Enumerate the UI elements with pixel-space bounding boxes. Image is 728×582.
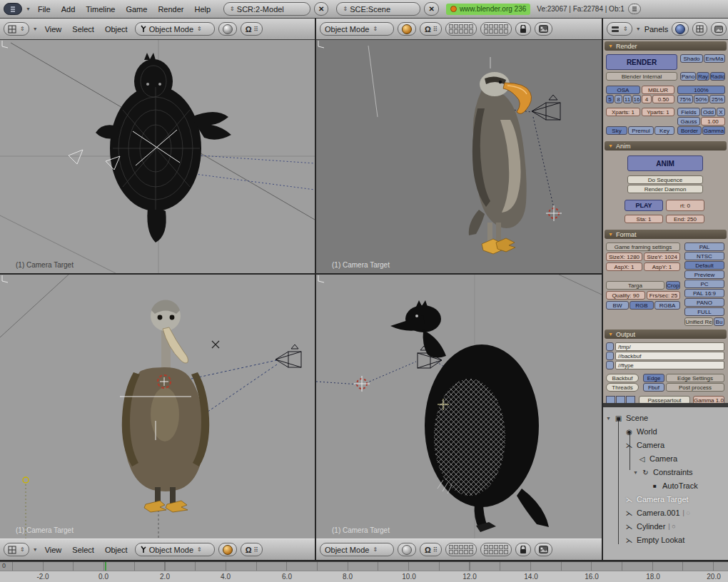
fields-x-toggle[interactable]: X bbox=[717, 108, 725, 116]
scene-selector[interactable]: ⇕ SCE:Scene bbox=[336, 2, 420, 16]
xparts-field[interactable]: Xparts: 1 bbox=[606, 108, 640, 116]
viewport-type-button[interactable]: ⇕ bbox=[4, 22, 29, 36]
mblur-factor[interactable]: 4 bbox=[642, 95, 652, 103]
rt-field[interactable]: rt: 0 bbox=[666, 200, 704, 211]
file-browse-icon[interactable] bbox=[606, 352, 614, 360]
gauss-value[interactable]: 1.00 bbox=[701, 117, 725, 126]
game-framing-dropdown[interactable]: Game framing settings bbox=[606, 242, 680, 251]
osa-5[interactable]: 5 bbox=[606, 95, 614, 103]
menu-game[interactable]: Game bbox=[122, 5, 151, 14]
format-panel-header[interactable]: ▼Format bbox=[605, 230, 727, 239]
rgba-toggle[interactable]: RGBA bbox=[654, 301, 680, 310]
play-button[interactable]: PLAY bbox=[625, 200, 663, 211]
context-scene-button[interactable] bbox=[711, 22, 727, 36]
preset-default[interactable]: Default bbox=[684, 261, 724, 270]
preset-pal169[interactable]: PAL 16:9 bbox=[684, 289, 724, 297]
unified-bu-toggle[interactable]: Bu bbox=[714, 317, 724, 326]
layer-buttons-group1[interactable] bbox=[445, 543, 477, 556]
screen-selector[interactable]: ⇕ SCR:2-Model bbox=[223, 2, 310, 16]
preset-pal[interactable]: PAL bbox=[684, 242, 724, 251]
bw-toggle[interactable]: BW bbox=[606, 301, 629, 310]
view-menu[interactable]: View bbox=[41, 546, 66, 554]
viewport-topright[interactable]: (1) Camera Target bbox=[316, 40, 602, 273]
viewport-bottomright[interactable]: (1) Camera Target bbox=[316, 275, 602, 538]
sizex-field[interactable]: SizeX: 1280 bbox=[606, 252, 642, 261]
outliner-item-constraints[interactable]: ▼ ↻ Constraints bbox=[633, 466, 693, 479]
menu-add[interactable]: Add bbox=[58, 5, 79, 14]
timeline-ruler[interactable]: 0 bbox=[0, 561, 728, 571]
start-frame-field[interactable]: Sta: 1 bbox=[625, 215, 663, 223]
preset-full[interactable]: FULL bbox=[684, 307, 724, 316]
osa-toggle[interactable]: OSA bbox=[606, 86, 640, 94]
outliner-item-scene[interactable]: ▼ ▣ Scene bbox=[606, 412, 648, 424]
layer-buttons-group2[interactable] bbox=[480, 22, 512, 36]
rotation-pivot-button[interactable]: Ω⠿ bbox=[420, 543, 442, 556]
select-menu[interactable]: Select bbox=[69, 546, 98, 554]
render-panel-header[interactable]: ▼Render bbox=[605, 41, 727, 51]
lock-button[interactable] bbox=[515, 543, 531, 556]
preset-pc[interactable]: PC bbox=[684, 280, 724, 288]
output-panel-header[interactable]: ▼Output bbox=[605, 330, 727, 339]
object-menu[interactable]: Object bbox=[101, 546, 131, 554]
rotation-pivot-button[interactable]: Ω⠿ bbox=[241, 22, 263, 36]
backbuf-path-field[interactable]: //backbuf bbox=[615, 352, 724, 360]
outliner-item-empty-lookat[interactable]: ⋋ Empty Lookat bbox=[625, 534, 684, 546]
render-daemon-toggle[interactable]: Render Daemon bbox=[627, 185, 703, 193]
rotation-pivot-button[interactable]: Ω⠿ bbox=[420, 22, 442, 36]
size-50-button[interactable]: 50% bbox=[694, 95, 709, 103]
draw-type-button[interactable] bbox=[398, 543, 416, 556]
header-collapse-arrow-icon[interactable]: ▼ bbox=[26, 6, 31, 11]
outliner-item-camera-target[interactable]: ⋋ Camera Target bbox=[625, 493, 689, 506]
envmap-toggle[interactable]: EnvMa bbox=[704, 54, 725, 63]
anim-button[interactable]: ANIM bbox=[627, 155, 703, 171]
output-path-field[interactable]: /tmp/ bbox=[615, 342, 724, 351]
viewport-bottomleft[interactable]: (1) Camera Target bbox=[0, 275, 315, 538]
camera-gizmo[interactable] bbox=[275, 344, 301, 367]
edge-toggle[interactable]: Edge bbox=[643, 374, 664, 382]
fbuf-toggle[interactable]: Fbuf bbox=[643, 383, 664, 392]
draw-type-button[interactable] bbox=[218, 22, 237, 36]
preset-preview[interactable]: Preview bbox=[684, 270, 724, 279]
key-toggle[interactable]: Key bbox=[654, 126, 674, 135]
outliner-item-camera-object[interactable]: ⋋ Camera bbox=[625, 439, 664, 451]
anim-panel-header[interactable]: ▼Anim bbox=[605, 141, 727, 150]
outliner-item-camera-data[interactable]: ◁ Camera bbox=[637, 452, 677, 465]
ftype-path-field[interactable]: //ftype bbox=[615, 361, 724, 369]
sky-toggle[interactable]: Sky bbox=[606, 126, 627, 135]
context-shading-button[interactable] bbox=[672, 22, 689, 36]
camera-gizmo[interactable] bbox=[532, 95, 560, 120]
border-toggle[interactable]: Border bbox=[677, 126, 702, 135]
view-menu[interactable]: View bbox=[41, 25, 66, 34]
quality-field[interactable]: Quality: 90 bbox=[606, 291, 645, 300]
yparts-field[interactable]: Yparts: 1 bbox=[642, 108, 674, 116]
do-sequence-toggle[interactable]: Do Sequence bbox=[627, 175, 703, 184]
framerate-field[interactable]: Frs/sec: 25 bbox=[647, 291, 680, 300]
window-type-button[interactable] bbox=[4, 3, 22, 15]
osa-16[interactable]: 16 bbox=[632, 95, 641, 103]
threads-toggle[interactable]: Threads bbox=[606, 383, 639, 392]
header-collapse-arrow-icon[interactable]: ▼ bbox=[636, 26, 641, 31]
aspx-field[interactable]: AspX: 1 bbox=[606, 262, 642, 271]
outliner-item-camera-001[interactable]: ⋋ Camera.001 | ◌ bbox=[625, 506, 690, 519]
file-browse-icon[interactable] bbox=[606, 361, 614, 369]
viewport-topleft[interactable]: (1) Camera Target bbox=[0, 40, 315, 273]
shadow-toggle[interactable]: Shado bbox=[680, 54, 703, 63]
render-engine-dropdown[interactable]: Blender Internal bbox=[606, 72, 677, 81]
header-collapse-arrow-icon[interactable]: ▼ bbox=[33, 26, 38, 31]
model-wireframe-side-view[interactable] bbox=[390, 300, 549, 532]
osa-11[interactable]: 11 bbox=[623, 95, 632, 103]
expand-icon[interactable]: ▼ bbox=[606, 416, 611, 421]
preset-ntsc[interactable]: NTSC bbox=[684, 252, 724, 260]
mode-dropdown[interactable]: Object Mode ⇕ bbox=[135, 22, 215, 36]
outliner-item-cylinder[interactable]: ⋋ Cylinder | ○ bbox=[625, 520, 676, 533]
model-top-view-wireframe[interactable] bbox=[96, 53, 231, 242]
menu-help[interactable]: Help bbox=[191, 5, 214, 14]
select-menu[interactable]: Select bbox=[69, 25, 98, 34]
layer-buttons-group1[interactable] bbox=[445, 22, 477, 36]
odd-toggle[interactable]: Odd bbox=[701, 108, 716, 116]
ray-toggle[interactable]: Ray bbox=[697, 72, 709, 81]
object-menu[interactable]: Object bbox=[101, 25, 131, 34]
edge-settings-button[interactable]: Edge Settings bbox=[666, 374, 724, 382]
header-collapse-arrow-icon[interactable]: ▼ bbox=[33, 547, 38, 552]
gamma-toggle[interactable]: Gamma bbox=[702, 126, 725, 135]
